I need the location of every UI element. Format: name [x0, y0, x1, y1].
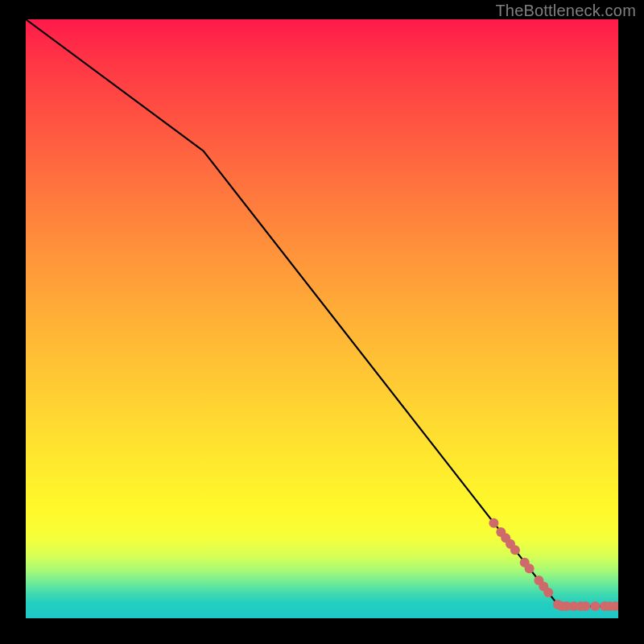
- highlighted-points: [489, 518, 618, 611]
- data-point: [510, 545, 520, 555]
- chart-overlay: [26, 19, 618, 618]
- data-point: [543, 588, 553, 597]
- data-point: [525, 564, 535, 573]
- attribution-text: TheBottleneck.com: [495, 2, 636, 20]
- data-point: [581, 601, 591, 611]
- chart-frame: TheBottleneck.com: [0, 0, 644, 644]
- data-point: [590, 601, 600, 611]
- plot-area: [26, 19, 618, 618]
- data-point: [489, 518, 498, 528]
- curve-line: [26, 19, 618, 606]
